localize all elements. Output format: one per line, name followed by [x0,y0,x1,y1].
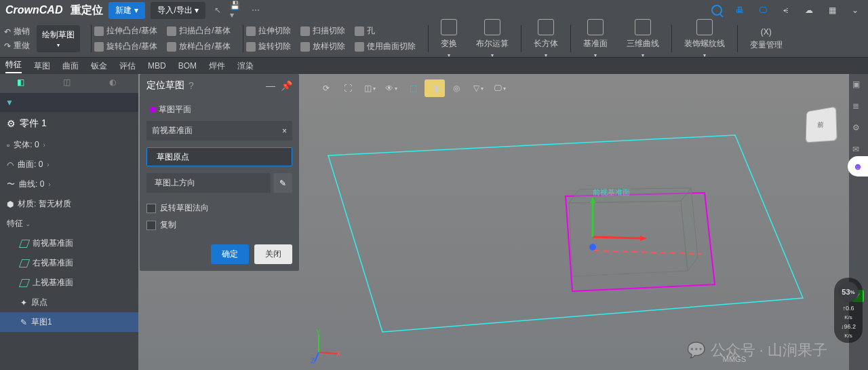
nav-cube[interactable]: 前 [806,107,837,143]
print-icon[interactable]: 🖶 [732,3,747,18]
tab-feature[interactable]: 特征 [5,59,22,73]
grid-icon[interactable]: ▦ [825,3,840,18]
loft-boss-button[interactable]: 放样凸台/基体 [167,41,230,52]
expand-icon[interactable]: ⌄ [848,3,863,18]
panel-pin-icon[interactable]: 📌 [281,80,292,91]
top-bar: CrownCAD 重定位 新建 ▾ 导入/导出 ▾ ↖ 💾▾ ⋯ 🖶 🖵 ⪪ ☁… [0,0,868,20]
revolve-boss-button[interactable]: 旋转凸台/基体 [94,41,157,52]
tree-curves[interactable]: 〜 曲线: 0 › [0,174,138,194]
cloud-icon[interactable]: ☁ [802,3,816,18]
sidebar-tab-tree[interactable]: ◧ [17,77,29,90]
new-button[interactable]: 新建 ▾ [108,2,145,19]
extrude-boss-button[interactable]: 拉伸凸台/基体 [94,25,157,37]
vp-tool-section[interactable]: ⬚ [403,79,423,97]
monitor-icon[interactable]: 🖵 [755,3,770,18]
clear-icon[interactable]: × [282,126,287,136]
tab-sketch[interactable]: 草图 [34,60,50,72]
plane-right[interactable]: 右视基准面 [0,253,138,273]
close-button[interactable]: 关闭 [254,244,292,264]
more-icon[interactable]: ⋯ [249,3,262,17]
plane-front[interactable]: 前视基准面 [0,234,138,253]
vp-tool-snap[interactable]: ◎ [446,79,467,97]
vp-tool-filter[interactable]: ▽▾ [468,79,488,97]
transform-button[interactable]: 变换▾ [441,19,457,58]
svg-text:Y: Y [316,329,321,336]
sweep-cut-button[interactable]: 扫描切除 [300,25,345,37]
tree-material[interactable]: ⬢ 材质: 暂无材质 [0,194,138,214]
extrude-cut-button[interactable]: 拉伸切除 [246,25,291,37]
svg-text:Z: Z [311,357,315,363]
tree-surfaces[interactable]: ◠ 曲面: 0 › [0,155,138,174]
feature-header[interactable]: 特征 ⌄ [0,214,138,234]
save-icon[interactable]: 💾▾ [230,3,243,17]
plane-top[interactable]: 上视基准面 [0,273,138,293]
direction-field[interactable]: 草图上方向 [146,173,271,193]
origin-input[interactable] [157,152,286,162]
flip-checkbox[interactable] [146,204,156,213]
rb-gear-icon[interactable]: ⚙ [852,123,865,135]
vp-tool-home[interactable]: ⟳ [316,79,336,97]
tab-sheetmetal[interactable]: 钣金 [91,60,107,72]
tab-bom[interactable]: BOM [178,61,197,71]
svg-marker-3 [569,188,691,203]
svg-line-10 [594,251,701,254]
vp-tool-shade[interactable]: ◨ [425,79,445,97]
box-button[interactable]: 长方体▾ [534,19,558,58]
share-icon[interactable]: ⪪ [778,3,793,18]
ribbon-toolbar: ↶ 撤销 ↷ 重做 绘制草图▾ 拉伸凸台/基体 旋转凸台/基体 扫描凸台/基体 … [0,20,868,58]
sketch-button[interactable]: 绘制草图▾ [37,25,80,52]
curve3d-button[interactable]: 三维曲线▾ [627,19,659,58]
rb-layers-icon[interactable]: ≣ [852,101,865,113]
redo-button[interactable]: ↷ 重做 [4,40,30,52]
tree-sketch1[interactable]: ✎ 草图1 [0,312,138,332]
svg-marker-0 [328,135,803,332]
vp-tool-visibility[interactable]: 👁▾ [381,79,401,97]
scene-3d: 前视基准面 [301,115,830,352]
sidebar-tab-cube[interactable]: ◫ [63,77,75,90]
variable-button[interactable]: (X)变量管理 [750,27,783,51]
undo-button[interactable]: ↶ 撤销 [4,26,30,37]
vp-tool-display[interactable]: 🖵▾ [490,79,510,97]
svg-marker-4 [681,188,698,271]
direction-pick-button[interactable]: ✎ [273,173,292,193]
rb-comment-icon[interactable]: ✉ [852,145,865,157]
axis-indicator: X Y Z [308,329,335,356]
search-icon[interactable] [709,3,724,18]
vp-tool-view[interactable]: ◫▾ [359,79,380,97]
locate-sketch-panel: 定位草图 ? — 📌 草图平面 前视基准面× 草图上方向 ✎ 反转草图法向 复制… [140,74,299,271]
filter-icon[interactable]: ▼ [5,98,14,107]
tab-evaluate[interactable]: 评估 [119,60,136,72]
part-header[interactable]: ⚙ 零件 1 [0,112,138,135]
svg-point-9 [589,244,596,251]
tab-render[interactable]: 渲染 [237,60,254,72]
thread-button[interactable]: 装饰螺纹线▾ [684,19,725,58]
panel-title: 定位草图 [146,79,184,92]
copy-checkbox[interactable] [146,221,156,230]
feature-tree-sidebar: ◧ ◫ ◐ ▼ ⚙ 零件 1 ▫ 实体: 0 › ◠ 曲面: 0 › 〜 曲线:… [0,74,138,370]
tab-surface[interactable]: 曲面 [62,60,79,72]
tab-mbd[interactable]: MBD [148,61,166,71]
loft-cut-button[interactable]: 放样切除 [300,41,345,52]
origin-field[interactable] [146,147,292,166]
import-export-button[interactable]: 导入/导出 ▾ [151,2,205,19]
assistant-bubble[interactable]: ☻ [848,156,868,177]
plane-field-value[interactable]: 前视基准面× [146,121,292,141]
sweep-boss-button[interactable]: 扫描凸台/基体 [167,25,230,37]
panel-minimize-icon[interactable]: — [266,80,275,91]
tree-origin[interactable]: ✦ 原点 [0,293,138,312]
sidebar-tab-appearance[interactable]: ◐ [109,77,121,90]
datum-plane-button[interactable]: 基准面▾ [583,19,608,58]
surface-cut-button[interactable]: 使用曲面切除 [355,41,416,52]
tree-solids[interactable]: ▫ 实体: 0 › [0,135,138,155]
ok-button[interactable]: 确定 [211,244,249,264]
viewport-toolbar: ⟳ ⛶ ◫▾ 👁▾ ⬚ ◨ ◎ ▽▾ 🖵▾ [315,78,511,98]
boolean-button[interactable]: 布尔运算▾ [476,19,509,58]
svg-text:X: X [336,350,341,358]
revolve-cut-button[interactable]: 旋转切除 [246,41,291,52]
tab-weld[interactable]: 焊件 [209,60,225,72]
hole-button[interactable]: 孔 [355,25,416,37]
vp-tool-fit[interactable]: ⛶ [338,79,358,97]
cursor-icon[interactable]: ↖ [211,3,224,17]
svg-line-19 [319,352,338,354]
rb-folder-icon[interactable]: ▣ [852,79,865,92]
